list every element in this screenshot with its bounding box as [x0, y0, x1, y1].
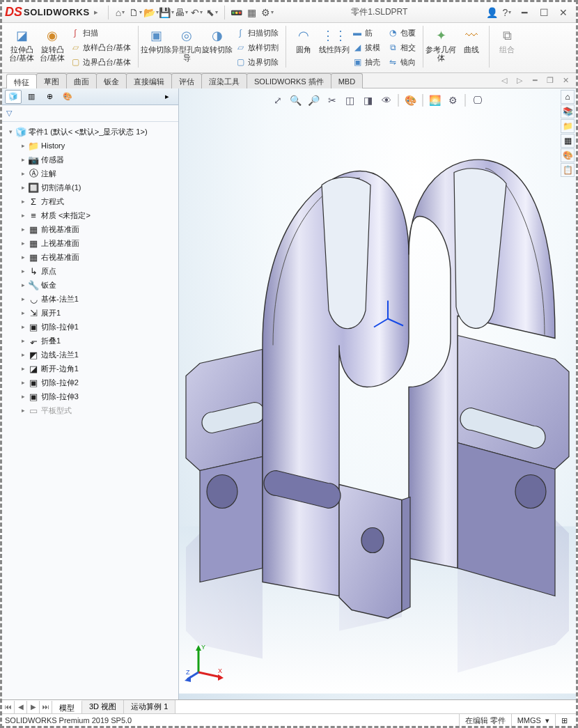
options-icon[interactable]: ▦	[244, 5, 260, 20]
doc-restore-icon[interactable]: ❐	[544, 75, 556, 87]
zoom-fit-icon[interactable]: ⤢	[270, 93, 286, 108]
fillet-button[interactable]: ◠ 圆角	[288, 26, 319, 70]
tree-item[interactable]: ▸↳原点	[3, 264, 177, 278]
status-custom-icon[interactable]: ⊞	[555, 714, 573, 727]
tab-next-icon[interactable]: ▷	[513, 75, 526, 87]
curves-button[interactable]: 〰 曲线	[456, 26, 487, 70]
tree-item[interactable]: ▸📷传感器	[3, 153, 177, 166]
save-icon[interactable]: 💾▾	[159, 5, 174, 20]
tree-item[interactable]: ▸◪断开-边角1	[3, 362, 177, 375]
tree-item[interactable]: ▸⇲展开1	[3, 306, 177, 320]
doc-close-icon[interactable]: ✕	[559, 75, 572, 87]
tree-root[interactable]: ▾🧊 零件1 (默认< <默认>_显示状态 1>)	[3, 125, 177, 139]
new-file-icon[interactable]: 🗋▾	[128, 5, 143, 20]
print-icon[interactable]: 🖶▾	[174, 5, 189, 20]
tab-features[interactable]: 特征	[6, 74, 37, 89]
tree-item[interactable]: ▸▣切除-拉伸2	[3, 375, 177, 389]
tree-filter[interactable]: ▽	[2, 105, 178, 122]
extrude-cut-button[interactable]: ▣ 拉伸切除	[141, 26, 171, 70]
maximize-button[interactable]: ☐	[534, 5, 554, 20]
sweep-cut-button[interactable]: ∫扫描切除	[233, 26, 281, 40]
boundary-cut-button[interactable]: ▢边界切除	[233, 55, 281, 69]
tree-item[interactable]: ▸📁History	[3, 139, 177, 153]
taskpane-resources-icon[interactable]: ⌂	[561, 90, 575, 104]
tab-nav-last-icon[interactable]: ⏭	[40, 701, 52, 713]
tab-sheetmetal[interactable]: 钣金	[96, 73, 127, 88]
taskpane-appearances-icon[interactable]: 🎨	[561, 148, 575, 162]
settings-icon[interactable]: ⚙▾	[260, 5, 275, 20]
tree-item[interactable]: ▸🔧钣金	[3, 278, 177, 292]
linear-pattern-button[interactable]: ⋮⋮ 线性阵列	[319, 26, 350, 70]
tree-item[interactable]: ▸▦前视基准面	[3, 222, 177, 236]
undo-icon[interactable]: ↶▾	[189, 5, 205, 20]
expand-menu-icon[interactable]: ▸	[94, 8, 98, 17]
boundary-button[interactable]: ▢边界凸台/基体	[68, 55, 133, 69]
taskpane-design-library-icon[interactable]: 📚	[561, 104, 575, 118]
tree-item[interactable]: ▸Σ方程式	[3, 194, 177, 208]
select-icon[interactable]: ⬉▾	[205, 5, 220, 20]
rebuild-icon[interactable]: 🚥	[229, 5, 244, 20]
ref-geometry-button[interactable]: ✦ 参考几何体	[425, 26, 456, 70]
intersect-button[interactable]: ⧉相交	[385, 40, 418, 54]
tab-addins[interactable]: SOLIDWORKS 插件	[247, 73, 331, 88]
taskpane-view-palette-icon[interactable]: ▦	[561, 134, 575, 148]
home-icon[interactable]: ⌂▾	[113, 5, 128, 20]
tree-tab-configmanager[interactable]: ⊕	[41, 90, 58, 104]
help-icon[interactable]: ?▾	[499, 5, 515, 20]
hole-wizard-button[interactable]: ◎ 异型孔向导	[171, 26, 202, 70]
close-button[interactable]: ✕	[554, 5, 573, 20]
tab-nav-prev-icon[interactable]: ◀	[15, 701, 27, 713]
tree-item[interactable]: ▸◩边线-法兰1	[3, 348, 177, 362]
render-icon[interactable]: 🖵	[470, 93, 485, 108]
tree-tab-displaymanager[interactable]: 🎨	[59, 90, 76, 104]
tab-render[interactable]: 渲染工具	[201, 73, 247, 88]
bottom-tab-model[interactable]: 模型	[52, 700, 82, 714]
tree-item[interactable]: ▸Ⓐ注解	[3, 166, 177, 180]
display-style-icon[interactable]: ◨	[361, 93, 376, 108]
loft-cut-button[interactable]: ▱放样切割	[233, 40, 281, 54]
draft-button[interactable]: ◢拔模	[350, 40, 382, 54]
tree-item[interactable]: ▸⬐折叠1	[3, 334, 177, 348]
minimize-button[interactable]: ━	[515, 5, 534, 20]
tab-mbd[interactable]: MBD	[331, 73, 363, 88]
wrap-button[interactable]: ◔包覆	[385, 26, 418, 40]
extrude-boss-button[interactable]: ◪ 拉伸凸台/基体	[6, 26, 37, 70]
tree-tab-propertymanager[interactable]: ▥	[23, 90, 40, 104]
tab-surfaces[interactable]: 曲面	[66, 73, 97, 88]
previous-view-icon[interactable]: 🔎	[306, 93, 322, 108]
tree-item[interactable]: ▸▭平板型式	[3, 403, 177, 417]
tab-nav-next-icon[interactable]: ▶	[27, 701, 40, 713]
tab-nav-first-icon[interactable]: ⏮	[2, 701, 15, 713]
sweep-button[interactable]: ∫扫描	[68, 26, 133, 40]
bottom-tab-3dview[interactable]: 3D 视图	[82, 700, 124, 714]
taskpane-custom-props-icon[interactable]: 📋	[561, 163, 575, 177]
tree-item[interactable]: ▸🔲切割清单(1)	[3, 180, 177, 194]
tree-tab-more[interactable]: ▸	[159, 90, 175, 104]
view-orientation-icon[interactable]: ◫	[343, 93, 358, 108]
bottom-tab-motion[interactable]: 运动算例 1	[124, 700, 175, 714]
view-triad[interactable]: Y X Z	[185, 641, 226, 683]
graphics-viewport[interactable]: ⤢ 🔍 🔎 ✂ ◫ ◨ 👁 🎨 🌅 ⚙ 🖵 ⌂ 📚 📁 ▦ 🎨 📋	[179, 88, 576, 699]
revolve-boss-button[interactable]: ◉ 旋转凸台/基体	[37, 26, 68, 70]
tab-prev-icon[interactable]: ◁	[498, 75, 510, 87]
tree-item[interactable]: ▸▦上视基准面	[3, 236, 177, 250]
hide-show-icon[interactable]: 👁	[379, 93, 394, 108]
status-units[interactable]: MMGS ▾	[511, 714, 555, 727]
tree-item[interactable]: ▸▦右视基准面	[3, 250, 177, 264]
revolve-cut-button[interactable]: ◑ 旋转切除	[202, 26, 233, 70]
tree-item[interactable]: ▸▣切除-拉伸3	[3, 389, 177, 403]
feature-tree[interactable]: ▾🧊 零件1 (默认< <默认>_显示状态 1>) ▸📁History▸📷传感器…	[2, 122, 178, 699]
taskpane-file-explorer-icon[interactable]: 📁	[561, 119, 575, 133]
tree-item[interactable]: ▸◡基体-法兰1	[3, 292, 177, 306]
tree-item[interactable]: ▸▣切除-拉伸1	[3, 320, 177, 334]
zoom-area-icon[interactable]: 🔍	[288, 93, 304, 108]
loft-button[interactable]: ▱放样凸台/基体	[68, 40, 133, 54]
section-view-icon[interactable]: ✂	[325, 93, 340, 108]
open-icon[interactable]: 📂▾	[143, 5, 159, 20]
edit-appearance-icon[interactable]: 🎨	[403, 93, 419, 108]
shell-button[interactable]: ▣抽壳	[350, 55, 382, 69]
tree-tab-featuremanager[interactable]: 🧊	[5, 90, 22, 104]
mirror-button[interactable]: ⇋镜向	[385, 55, 418, 69]
apply-scene-icon[interactable]: 🌅	[428, 93, 443, 108]
rib-button[interactable]: ▬筋	[350, 26, 382, 40]
